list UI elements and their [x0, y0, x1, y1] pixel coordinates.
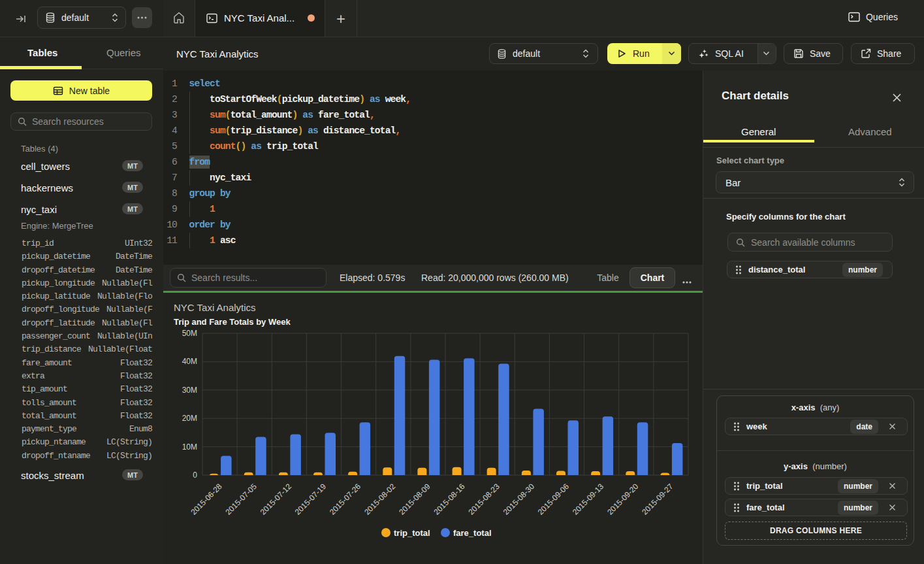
- svg-text:2015-06-28: 2015-06-28: [189, 482, 224, 517]
- svg-text:40M: 40M: [182, 357, 197, 366]
- svg-text:50M: 50M: [182, 329, 197, 338]
- svg-text:2015-07-12: 2015-07-12: [259, 482, 294, 517]
- svg-text:2015-09-27: 2015-09-27: [640, 482, 675, 517]
- svg-text:Trip and Fare Totals by Week: Trip and Fare Totals by Week: [174, 317, 291, 327]
- svg-text:2015-07-05: 2015-07-05: [224, 482, 259, 517]
- svg-text:2015-09-20: 2015-09-20: [605, 482, 641, 517]
- svg-text:30M: 30M: [182, 386, 197, 395]
- svg-text:2015-08-02: 2015-08-02: [362, 482, 398, 517]
- svg-text:trip_total: trip_total: [394, 528, 430, 538]
- svg-text:fare_total: fare_total: [453, 528, 492, 538]
- svg-text:2015-09-06: 2015-09-06: [536, 482, 571, 517]
- svg-text:2015-08-30: 2015-08-30: [502, 482, 537, 517]
- svg-text:2015-08-16: 2015-08-16: [432, 482, 467, 517]
- svg-text:2015-07-26: 2015-07-26: [328, 482, 363, 517]
- svg-text:2015-08-09: 2015-08-09: [397, 482, 432, 517]
- svg-text:2015-09-13: 2015-09-13: [571, 482, 606, 517]
- svg-text:10M: 10M: [182, 442, 197, 452]
- svg-text:NYC Taxi Analytics: NYC Taxi Analytics: [174, 302, 256, 313]
- svg-text:2015-08-23: 2015-08-23: [467, 482, 502, 517]
- svg-text:20M: 20M: [182, 414, 197, 423]
- svg-text:2015-07-19: 2015-07-19: [293, 482, 328, 517]
- svg-text:0: 0: [193, 471, 197, 480]
